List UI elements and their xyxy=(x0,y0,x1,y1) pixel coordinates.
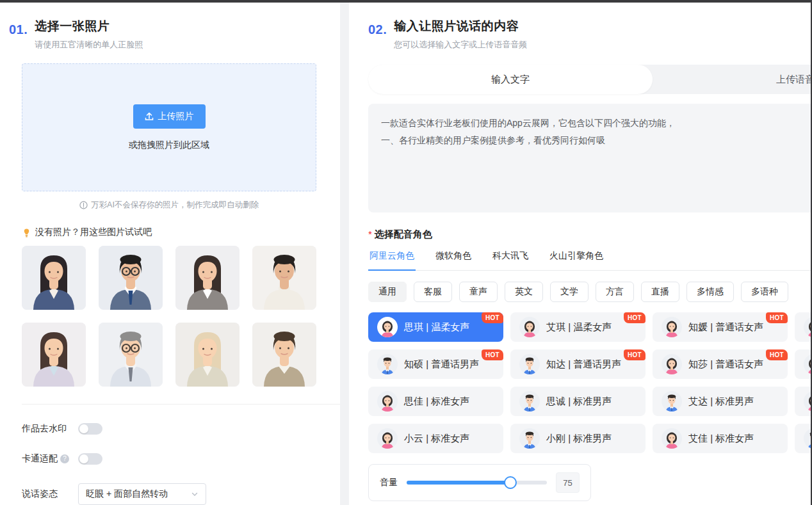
voice-name: 思诚 | 标准男声 xyxy=(546,396,612,408)
step2-number: 02. xyxy=(368,18,387,37)
bulb-icon xyxy=(22,228,31,237)
voice-card[interactable]: 思诚 | 标准男声 HOT xyxy=(510,387,646,416)
voice-card[interactable]: 知硕 | 普通话男声 HOT xyxy=(368,349,503,379)
drag-hint: 或拖拽照片到此区域 xyxy=(129,140,209,151)
upload-photo-button[interactable]: 上传照片 xyxy=(133,104,206,129)
voice-name: 思佳 | 标准女声 xyxy=(404,396,469,408)
voice-category-chips: 通用客服童声英文文学方言直播多情感多语种 xyxy=(368,282,812,302)
voice-card[interactable]: 小云 | 标准女声 HOT xyxy=(368,424,503,453)
watermark-toggle[interactable] xyxy=(78,423,102,435)
hot-badge: HOT xyxy=(624,312,646,323)
category-chip[interactable]: 多情感 xyxy=(686,282,734,302)
volume-slider[interactable] xyxy=(407,476,547,489)
provider-tab[interactable]: 火山引擎角色 xyxy=(548,249,605,271)
voice-card[interactable]: HOT xyxy=(795,424,812,453)
voice-avatar-icon xyxy=(519,354,540,374)
step2-title: 输入让照片说话的内容 xyxy=(394,18,527,35)
sample-photo-7[interactable] xyxy=(175,323,240,387)
voice-card[interactable]: 思佳 | 标准女声 HOT xyxy=(368,387,503,416)
slider-thumb[interactable] xyxy=(504,476,517,489)
provider-tab[interactable]: 科大讯飞 xyxy=(491,249,530,271)
category-chip[interactable]: 方言 xyxy=(596,282,634,302)
sample-photo-1[interactable] xyxy=(22,246,86,310)
voice-card-grid: 思琪 | 温柔女声 HOT 艾琪 | 温柔女声 HOT 知媛 | 普通话女声 xyxy=(368,312,812,453)
category-chip[interactable]: 文学 xyxy=(550,282,589,302)
step2-subtitle: 您可以选择输入文字或上传语音音频 xyxy=(394,39,527,51)
required-mark: * xyxy=(368,228,372,239)
voice-card[interactable]: 知达 | 普通话男声 HOT xyxy=(510,349,646,379)
voice-avatar-icon xyxy=(519,317,540,337)
voice-name: 艾达 | 标准男声 xyxy=(688,396,754,408)
voice-card[interactable]: 思琪 | 温柔女声 HOT xyxy=(368,312,503,342)
voice-avatar-icon xyxy=(377,391,398,412)
voice-card[interactable]: 艾达 | 标准男声 HOT xyxy=(653,387,788,416)
voice-avatar-icon xyxy=(377,354,398,374)
browser-chrome-edge xyxy=(0,0,812,3)
voice-card[interactable]: HOT xyxy=(795,387,812,416)
category-chip[interactable]: 通用 xyxy=(368,282,407,302)
category-chip[interactable]: 多语种 xyxy=(741,282,788,302)
step1-title: 选择一张照片 xyxy=(35,18,143,35)
voice-section-label: *选择配音角色 xyxy=(368,228,812,241)
slider-fill xyxy=(407,481,510,485)
toggle-knob xyxy=(79,454,88,463)
volume-control: 音量 75 xyxy=(368,464,591,501)
tab-upload-audio[interactable]: 上传语音 xyxy=(776,65,812,94)
samples-caption: 没有照片？用这些图片试试吧 xyxy=(22,227,316,238)
sample-photo-2[interactable] xyxy=(99,246,163,310)
provider-tab[interactable]: 阿里云角色 xyxy=(368,249,416,271)
speech-text-input[interactable]: 一款适合实体行业老板们使用的App云展网，它包含以下四个强大的功能， 一、各行业… xyxy=(368,104,812,212)
sample-photo-8[interactable] xyxy=(252,323,316,387)
help-icon[interactable]: ? xyxy=(60,454,69,463)
voice-card[interactable]: 艾琪 | 温柔女声 HOT xyxy=(510,312,646,342)
sample-photo-5[interactable] xyxy=(22,323,86,387)
pose-value: 眨眼 + 面部自然转动 xyxy=(86,488,168,500)
volume-label: 音量 xyxy=(380,477,398,488)
watermark-row: 作品去水印 xyxy=(22,423,316,435)
sample-photo-4[interactable] xyxy=(252,246,316,310)
cartoon-toggle[interactable] xyxy=(78,453,102,465)
voice-name: 艾佳 | 标准女声 xyxy=(688,433,754,445)
pose-row: 说话姿态 眨眼 + 面部自然转动 xyxy=(22,483,316,505)
category-chip[interactable]: 英文 xyxy=(505,282,543,302)
panel-gutter xyxy=(340,3,349,505)
voice-card[interactable]: 知媛 | 普通话女声 HOT xyxy=(653,312,788,342)
voice-name: 知硕 | 普通话男声 xyxy=(404,358,479,371)
pose-label: 说话姿态 xyxy=(22,488,78,500)
step2-header: 02. 输入让照片说话的内容 您可以选择输入文字或上传语音音频 xyxy=(368,18,812,51)
voice-name: 小刚 | 标准男声 xyxy=(546,433,612,445)
volume-value: 75 xyxy=(556,472,580,493)
sample-photo-3[interactable] xyxy=(175,246,240,310)
input-mode-switch: 输入文字 上传语音 xyxy=(368,65,812,94)
tab-text-input[interactable]: 输入文字 xyxy=(368,65,653,94)
category-chip[interactable]: 童声 xyxy=(459,282,498,302)
hot-badge: HOT xyxy=(624,349,646,360)
voice-card[interactable]: 艾佳 | 标准女声 HOT xyxy=(653,424,788,453)
voice-name: 小云 | 标准女声 xyxy=(404,433,469,445)
provider-tab[interactable]: 微软角色 xyxy=(434,249,473,271)
toggle-knob xyxy=(79,424,88,433)
category-chip[interactable]: 直播 xyxy=(641,282,679,302)
voice-name: 艾琪 | 温柔女声 xyxy=(546,321,612,333)
voice-avatar-icon xyxy=(519,391,540,412)
voice-avatar-icon xyxy=(519,428,540,449)
hot-badge: HOT xyxy=(482,349,503,360)
pose-select[interactable]: 眨眼 + 面部自然转动 xyxy=(78,483,206,505)
voice-card[interactable]: HOT xyxy=(795,349,812,379)
sample-photo-6[interactable] xyxy=(99,323,163,387)
voice-card[interactable]: 小刚 | 标准男声 HOT xyxy=(510,424,646,453)
voice-card[interactable]: 知莎 | 普通话女声 HOT xyxy=(653,349,788,379)
voice-name: 知媛 | 普通话女声 xyxy=(688,321,763,333)
voice-card[interactable]: HOT xyxy=(795,312,812,342)
step1-number: 01. xyxy=(9,18,28,37)
voice-name: 知达 | 普通话男声 xyxy=(546,358,621,371)
watermark-label: 作品去水印 xyxy=(22,423,78,435)
photo-dropzone[interactable]: 上传照片 或拖拽照片到此区域 xyxy=(22,63,316,191)
photo-select-panel: 01. 选择一张照片 请使用五官清晰的单人正脸照 上传照片 或拖拽照片到此区域 … xyxy=(0,3,340,505)
voice-avatar-icon xyxy=(377,317,398,337)
step1-subtitle: 请使用五官清晰的单人正脸照 xyxy=(35,39,143,51)
left-divider xyxy=(22,404,340,405)
category-chip[interactable]: 客服 xyxy=(414,282,452,302)
cartoon-row: 卡通适配 ? xyxy=(22,453,316,465)
voice-avatar-icon xyxy=(662,428,682,449)
